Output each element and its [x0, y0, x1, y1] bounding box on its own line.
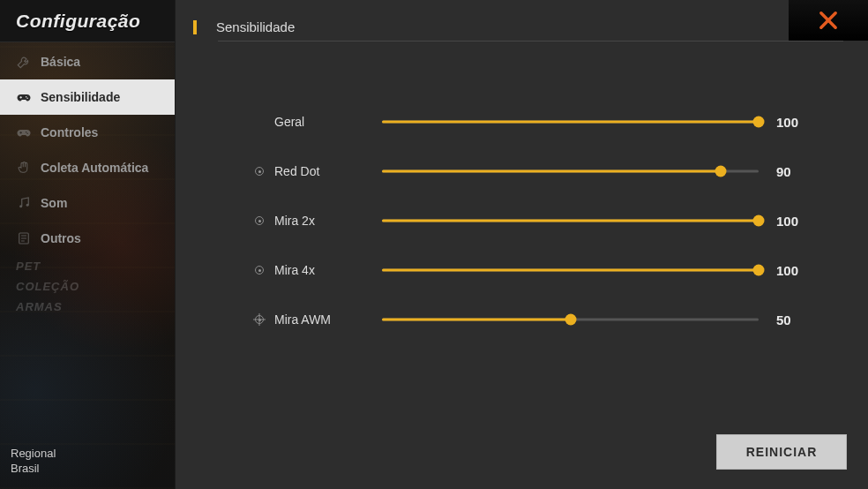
slider-label: Geral: [267, 115, 382, 129]
slider-track[interactable]: [382, 165, 759, 177]
slider-value: 100: [759, 115, 815, 130]
crosshair-icon: [251, 315, 267, 324]
sidebar-bg-label: PET: [0, 256, 175, 276]
sidebar: Configuração BásicaSensibilidadeControle…: [0, 0, 175, 489]
slider-fill: [382, 170, 721, 173]
section-title: Sensibilidade: [216, 19, 295, 34]
reset-button[interactable]: REINICIAR: [716, 434, 847, 470]
sidebar-bg-label: ARMAS: [0, 297, 175, 317]
section-header: Sensibilidade: [193, 19, 780, 34]
gamepad-icon: [16, 89, 32, 105]
sidebar-item-coleta-automática[interactable]: Coleta Automática: [0, 150, 175, 185]
slider-label: Mira 2x: [267, 214, 382, 228]
slider-value: 50: [759, 312, 815, 327]
slider-row-mira-2x: Mira 2x100: [251, 196, 815, 245]
svg-point-0: [26, 96, 27, 98]
slider-label: Mira 4x: [267, 263, 382, 277]
sidebar-title: Configuração: [16, 11, 140, 32]
sidebar-item-label: Outros: [41, 231, 81, 245]
reset-button-label: REINICIAR: [746, 445, 818, 459]
slider-thumb[interactable]: [565, 314, 576, 326]
sidebar-item-controles[interactable]: Controles: [0, 115, 175, 150]
sidebar-header: Configuração: [0, 0, 175, 42]
close-button[interactable]: [789, 0, 868, 41]
slider-track[interactable]: [382, 313, 759, 326]
slider-thumb[interactable]: [753, 117, 765, 128]
svg-point-2: [26, 132, 27, 133]
slider-fill: [382, 319, 571, 321]
slider-row-mira-awm: Mira AWM50: [251, 295, 815, 344]
sidebar-item-label: Básica: [41, 55, 80, 69]
slider-thumb[interactable]: [753, 265, 765, 276]
close-icon: [816, 8, 841, 33]
wrench-icon: [16, 54, 32, 70]
footer-country: Brasil: [11, 462, 56, 475]
music-icon: [16, 195, 32, 211]
slider-label: Red Dot: [267, 164, 382, 178]
sidebar-item-label: Sensibilidade: [41, 90, 120, 104]
note-icon: [16, 230, 32, 246]
sidebar-item-label: Controles: [41, 125, 98, 139]
sidebar-bg-label: COLEÇÃO: [0, 276, 175, 297]
slider-value: 90: [759, 164, 815, 179]
sidebar-items: BásicaSensibilidadeControlesColeta Autom…: [0, 44, 175, 256]
slider-thumb[interactable]: [715, 166, 727, 177]
slider-row-mira-4x: Mira 4x100: [251, 245, 815, 295]
slider-fill: [382, 121, 759, 124]
svg-point-1: [26, 97, 28, 99]
svg-point-4: [19, 205, 22, 207]
sidebar-item-básica[interactable]: Básica: [0, 44, 175, 79]
footer-regional: Regional: [11, 447, 56, 460]
slider-label: Mira AWM: [267, 312, 382, 327]
sidebar-item-label: Som: [41, 196, 67, 210]
section-underline: [218, 41, 843, 41]
section-accent-bar: [193, 20, 197, 34]
slider-track[interactable]: [382, 264, 759, 276]
slider-value: 100: [759, 263, 815, 278]
slider-value: 100: [759, 214, 815, 229]
slider-row-geral: Geral100: [251, 97, 815, 147]
sliders-container: Geral100Red Dot90Mira 2x100Mira 4x100Mir…: [251, 97, 815, 344]
slider-row-red-dot: Red Dot90: [251, 147, 815, 196]
slider-thumb[interactable]: [753, 215, 765, 227]
slider-fill: [382, 220, 759, 222]
scope-ring-icon: [251, 216, 267, 225]
scope-ring-icon: [251, 266, 267, 275]
sidebar-item-som[interactable]: Som: [0, 185, 175, 221]
slider-fill: [382, 269, 759, 272]
main-panel: Sensibilidade Geral100Red Dot90Mira 2x10…: [175, 0, 868, 489]
slider-track[interactable]: [382, 214, 759, 227]
sidebar-item-label: Coleta Automática: [41, 161, 148, 175]
hand-icon: [16, 160, 32, 176]
sidebar-faded-bg: PETCOLEÇÃOARMAS: [0, 256, 175, 317]
scope-ring-icon: [251, 167, 267, 176]
sidebar-item-sensibilidade[interactable]: Sensibilidade: [0, 79, 175, 115]
sidebar-footer: Regional Brasil: [11, 447, 56, 475]
svg-point-5: [26, 204, 29, 207]
svg-point-3: [26, 132, 28, 134]
slider-track[interactable]: [382, 116, 759, 128]
gamepad-icon: [16, 124, 32, 140]
sidebar-item-outros[interactable]: Outros: [0, 221, 175, 256]
